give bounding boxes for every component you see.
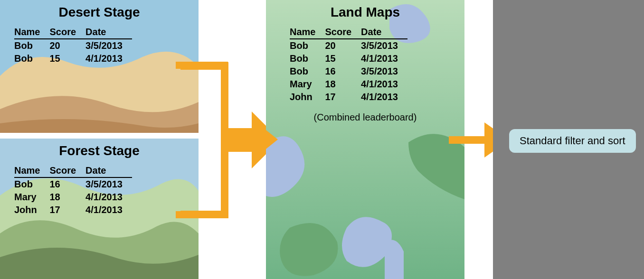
table-row: Mary 18 4/1/2013 <box>290 78 407 91</box>
table-row: Bob 15 4/1/2013 <box>290 52 407 65</box>
col-name: Name <box>14 26 49 39</box>
land-title: Land Maps <box>266 5 464 20</box>
desert-table: Name Score Date Bob 20 3/5/2013 Bob 15 4… <box>14 26 132 65</box>
land-maps-panel: Land Maps Name Score Date Bob 20 3/5/201… <box>266 0 464 279</box>
table-row: Bob 20 3/5/2013 <box>14 39 132 52</box>
table-row: John 17 4/1/2013 <box>290 91 407 103</box>
col-name: Name <box>290 26 325 39</box>
col-score: Score <box>49 164 85 177</box>
forest-title: Forest Stage <box>0 143 199 158</box>
land-caption: (Combined leaderboard) <box>266 112 464 123</box>
land-table: Name Score Date Bob 20 3/5/2013 Bob 15 4… <box>290 26 407 103</box>
forest-stage-panel: Forest Stage Name Score Date Bob 16 3/5/… <box>0 139 199 279</box>
desert-stage-panel: Desert Stage Name Score Date Bob 20 3/5/… <box>0 0 199 133</box>
table-row: John 17 4/1/2013 <box>14 204 132 216</box>
table-row: Bob 16 3/5/2013 <box>14 177 132 191</box>
forest-table: Name Score Date Bob 16 3/5/2013 Mary 18 … <box>14 164 132 216</box>
desert-title: Desert Stage <box>0 5 199 20</box>
table-row: Bob 15 4/1/2013 <box>14 52 132 65</box>
col-score: Score <box>325 26 361 39</box>
col-name: Name <box>14 164 49 177</box>
filter-sort-callout: Standard filter and sort <box>509 129 636 153</box>
col-date: Date <box>85 26 132 39</box>
col-date: Date <box>361 26 407 39</box>
table-row: Bob 16 3/5/2013 <box>290 65 407 78</box>
table-row: Bob 20 3/5/2013 <box>290 39 407 52</box>
col-score: Score <box>49 26 85 39</box>
table-row: Mary 18 4/1/2013 <box>14 191 132 204</box>
col-date: Date <box>85 164 132 177</box>
merge-arrow-icon-clean <box>176 0 280 279</box>
